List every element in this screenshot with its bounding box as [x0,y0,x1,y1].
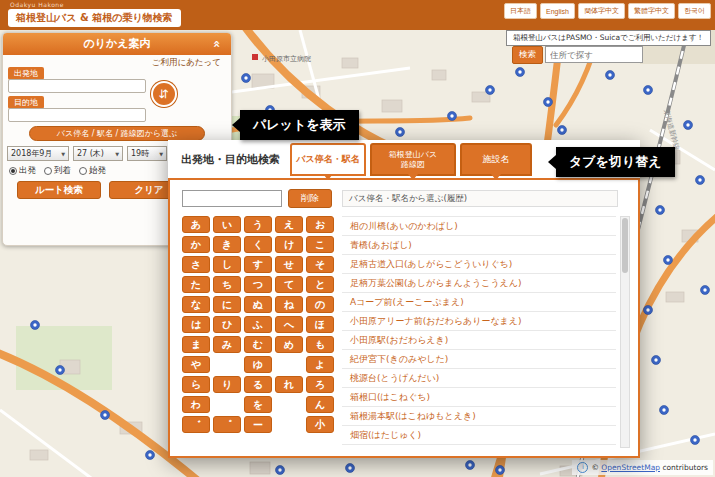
kana-key[interactable]: わ [182,396,210,413]
kana-key[interactable]: ほ [306,316,334,333]
time-mode-group: 出発 到着 始発 [9,165,106,177]
kana-palette: あいうえおかきくけこさしすせそたちつてとなにぬねのはひふへほまみむめもやゆよらり… [182,216,334,433]
kana-key[interactable]: れ [275,376,303,393]
kana-key[interactable]: や [182,356,210,373]
address-search-input[interactable] [545,46,643,63]
choose-stop-button[interactable]: バス停名 / 駅名 / 路線図から選ぶ [29,126,205,141]
kana-key[interactable]: な [182,296,210,313]
kana-key[interactable]: ひ [213,316,241,333]
kana-key[interactable]: ふ [244,316,272,333]
delete-button[interactable]: 削除 [288,189,332,208]
kana-key[interactable]: つ [244,276,272,293]
stop-list-item[interactable]: 小田原アリーナ前(おだわらありーなまえ) [342,312,616,331]
kana-key[interactable]: さ [182,256,210,273]
month-select[interactable]: 2018年9月 [7,146,69,161]
stop-list-item[interactable]: 足柄古道入口(あしがらこどういりぐち) [342,255,616,274]
kana-key[interactable]: め [275,336,303,353]
kana-key[interactable]: は [182,316,210,333]
brand-logo: Odakyu Hakone [10,1,64,8]
kana-key[interactable]: を [244,396,272,413]
stop-list-item[interactable]: 桃源台(とうげんだい) [342,369,616,388]
attribution-text: © OpenStreetMap contributors [591,463,708,472]
kana-key[interactable]: ゛ [182,416,210,433]
panel-header[interactable]: のりかえ案内 « [3,33,231,55]
kana-key[interactable]: る [244,376,272,393]
kana-key[interactable]: み [213,336,241,353]
kana-key[interactable]: ち [213,276,241,293]
map-attribution: © OpenStreetMap contributors [572,460,713,475]
kana-key[interactable]: て [275,276,303,293]
kana-key[interactable]: と [306,276,334,293]
kana-key[interactable]: け [275,236,303,253]
time-mode-arrival[interactable]: 到着 [44,165,71,177]
tab-stop-station[interactable]: バス停名・駅名 [290,143,366,176]
language-button[interactable]: 日本語 [504,3,537,19]
kana-key[interactable]: ま [182,336,210,353]
stop-list-item[interactable]: 箱根口(はこねぐち) [342,388,616,407]
kana-key[interactable]: の [306,296,334,313]
language-button[interactable]: 簡体字中文 [578,3,625,19]
kana-key[interactable]: ん [306,396,334,413]
stop-list-item[interactable]: 相の川橋(あいのかわばし) [342,217,616,236]
usage-note-link[interactable]: ご利用にあたって [152,57,221,69]
kana-key[interactable]: お [306,216,334,233]
tab-facility[interactable]: 施設名 [460,143,532,176]
language-button[interactable]: 한국어 [678,3,711,19]
collapse-chevrons-icon[interactable]: « [206,40,228,48]
destination-input[interactable] [8,108,146,122]
scrollbar[interactable] [620,216,630,448]
info-icon[interactable] [577,462,588,473]
kana-key[interactable]: ゜ [213,416,241,433]
origin-input[interactable] [8,79,146,93]
kana-key[interactable]: へ [275,316,303,333]
language-button[interactable]: English [540,3,575,19]
kana-key[interactable]: ら [182,376,210,393]
kana-key[interactable]: ろ [306,376,334,393]
kana-key[interactable]: く [244,236,272,253]
callout-switch-tab: タブを切り替え [556,147,675,177]
kana-key[interactable]: か [182,236,210,253]
kana-key[interactable]: い [213,216,241,233]
kana-key[interactable]: せ [275,256,303,273]
kana-key[interactable]: す [244,256,272,273]
kana-key[interactable]: き [213,236,241,253]
kana-key[interactable]: に [213,296,241,313]
time-mode-first[interactable]: 始発 [79,165,106,177]
stop-list-item[interactable]: 畑宿(はたじゅく) [342,426,616,445]
stop-list-item[interactable]: 箱根湯本駅(はこねゆもとえき) [342,407,616,426]
app-header: Odakyu Hakone 箱根登山バス & 箱根の乗り物検索 日本語Engli… [0,0,715,30]
osm-link[interactable]: OpenStreetMap [601,463,660,472]
kana-key[interactable]: ぬ [244,296,272,313]
stop-list-item[interactable]: 紀伊宮下(きのみやした) [342,350,616,369]
time-mode-departure[interactable]: 出発 [9,165,36,177]
stop-list-item[interactable]: Aコープ前(えーこーぷまえ) [342,293,616,312]
kana-key[interactable]: む [244,336,272,353]
kana-key[interactable]: え [275,216,303,233]
kana-key[interactable]: ゆ [244,356,272,373]
stop-list-item[interactable]: 足柄万葉公園(あしがらまんようこうえん) [342,274,616,293]
stop-name-input[interactable] [182,190,282,207]
kana-key[interactable]: り [213,376,241,393]
popup-title: 出発地・目的地検索 [181,152,280,167]
kana-key[interactable]: た [182,276,210,293]
kana-key[interactable]: あ [182,216,210,233]
kana-key[interactable]: ー [244,416,272,433]
tab-route-map[interactable]: 箱根登山バス 路線図 [370,143,456,176]
stop-list-item[interactable]: 青橋(あおばし) [342,236,616,255]
kana-key[interactable]: う [244,216,272,233]
kana-key[interactable]: こ [306,236,334,253]
day-select[interactable]: 27 (木) [73,146,123,161]
kana-key[interactable]: そ [306,256,334,273]
kana-key[interactable]: ね [275,296,303,313]
hour-select[interactable]: 19時 [127,146,167,161]
language-button[interactable]: 繁體字中文 [628,3,675,19]
route-search-button[interactable]: ルート検索 [17,181,101,199]
stop-list-item[interactable]: 小田原駅(おだわらえき) [342,331,616,350]
scrollbar-thumb[interactable] [622,218,628,273]
kana-key[interactable]: も [306,336,334,353]
map-search-button[interactable]: 検索 [512,46,543,64]
kana-key[interactable]: し [213,256,241,273]
kana-key[interactable]: 小 [306,416,334,433]
swap-button[interactable] [151,81,177,107]
kana-key[interactable]: よ [306,356,334,373]
